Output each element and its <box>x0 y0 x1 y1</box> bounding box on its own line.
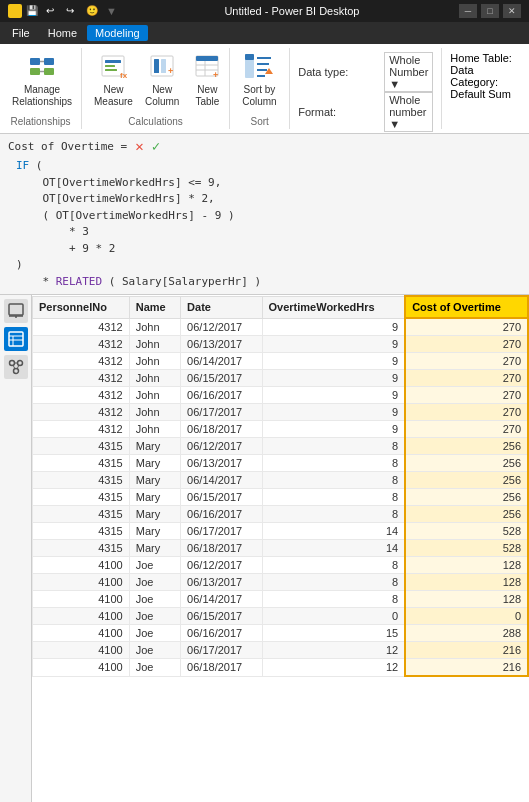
manage-relationships-label: ManageRelationships <box>12 84 72 108</box>
title-bar-controls[interactable]: ─ □ ✕ <box>459 4 521 18</box>
table-row: 4100Joe06/17/201712216 <box>33 642 529 659</box>
table-cell: 9 <box>262 318 405 336</box>
table-cell: 8 <box>262 591 405 608</box>
table-cell: 8 <box>262 455 405 472</box>
table-cell: 4100 <box>33 557 130 574</box>
formula-confirm-button[interactable]: ✓ <box>152 138 160 154</box>
table-row: 4312John06/12/20179270 <box>33 318 529 336</box>
table-cell: 216 <box>405 642 528 659</box>
table-cell: 8 <box>262 557 405 574</box>
table-cell: 4315 <box>33 540 130 557</box>
manage-relationships-icon <box>26 50 58 82</box>
table-cell: 288 <box>405 625 528 642</box>
table-cell: 06/15/2017 <box>181 608 262 625</box>
menu-home[interactable]: Home <box>40 25 85 41</box>
table-cell: 8 <box>262 574 405 591</box>
col-overtime-hrs[interactable]: OvertimeWorkedHrs <box>262 296 405 318</box>
table-cell: 4100 <box>33 574 130 591</box>
formula-cancel-button[interactable]: ✕ <box>135 138 143 154</box>
table-row: 4315Mary06/16/20178256 <box>33 506 529 523</box>
data-type-label: Data type: <box>298 66 378 78</box>
default-sum-label: Default Sum <box>450 88 511 100</box>
menu-file[interactable]: File <box>4 25 38 41</box>
table-row: 4100Joe06/12/20178128 <box>33 557 529 574</box>
table-cell: Joe <box>129 608 180 625</box>
table-cell: 8 <box>262 506 405 523</box>
formula-code: IF ( OT[OvertimeWorkedHrs] <= 9, OT[Over… <box>8 158 521 290</box>
table-cell: 270 <box>405 336 528 353</box>
table-cell: 4315 <box>33 523 130 540</box>
svg-rect-13 <box>161 59 166 73</box>
sidebar-data-icon[interactable] <box>4 327 28 351</box>
table-cell: John <box>129 353 180 370</box>
redo-icon[interactable]: ↪ <box>66 5 82 17</box>
title-bar-icons: 💾 ↩ ↪ 🙂 ▼ <box>8 4 117 18</box>
col-date[interactable]: Date <box>181 296 262 318</box>
svg-line-39 <box>13 365 15 369</box>
table-cell: 256 <box>405 455 528 472</box>
table-cell: 9 <box>262 370 405 387</box>
data-table-area[interactable]: PersonnelNo Name Date OvertimeWorkedHrs … <box>32 295 529 802</box>
svg-rect-22 <box>245 54 254 60</box>
format-value[interactable]: Whole number ▼ <box>384 92 433 132</box>
table-cell: 06/14/2017 <box>181 591 262 608</box>
table-cell: 06/17/2017 <box>181 404 262 421</box>
table-cell: 4315 <box>33 489 130 506</box>
table-cell: 4315 <box>33 438 130 455</box>
col-personnelno[interactable]: PersonnelNo <box>33 296 130 318</box>
sort-by-column-button[interactable]: Sort byColumn <box>238 48 280 110</box>
table-cell: 06/14/2017 <box>181 353 262 370</box>
table-row: 4100Joe06/18/201712216 <box>33 659 529 677</box>
title-bar-title: Untitled - Power BI Desktop <box>125 5 459 17</box>
table-row: 4315Mary06/17/201714528 <box>33 523 529 540</box>
manage-relationships-button[interactable]: ManageRelationships <box>8 48 76 110</box>
undo-icon[interactable]: ↩ <box>46 5 62 17</box>
new-measure-button[interactable]: fx NewMeasure <box>90 48 137 110</box>
sort-by-column-label: Sort byColumn <box>242 84 276 108</box>
sidebar <box>0 295 32 802</box>
sort-section-label: Sort <box>238 116 281 129</box>
maximize-button[interactable]: □ <box>481 4 499 18</box>
menu-bar: File Home Modeling <box>0 22 529 44</box>
table-cell: 256 <box>405 506 528 523</box>
svg-point-35 <box>9 361 14 366</box>
table-cell: 06/18/2017 <box>181 659 262 677</box>
table-cell: 14 <box>262 523 405 540</box>
menu-modeling[interactable]: Modeling <box>87 25 148 41</box>
table-cell: 06/15/2017 <box>181 489 262 506</box>
table-cell: Joe <box>129 659 180 677</box>
minimize-button[interactable]: ─ <box>459 4 477 18</box>
table-row: 4312John06/13/20179270 <box>33 336 529 353</box>
new-column-button[interactable]: + NewColumn <box>141 48 183 110</box>
table-row: 4315Mary06/13/20178256 <box>33 455 529 472</box>
table-header-row: PersonnelNo Name Date OvertimeWorkedHrs … <box>33 296 529 318</box>
data-category-label: Data Category: <box>450 64 521 88</box>
table-cell: 06/17/2017 <box>181 523 262 540</box>
table-row: 4100Joe06/14/20178128 <box>33 591 529 608</box>
table-cell: 4315 <box>33 506 130 523</box>
col-cost-of-overtime[interactable]: Cost of Overtime <box>405 296 528 318</box>
title-bar: 💾 ↩ ↪ 🙂 ▼ Untitled - Power BI Desktop ─ … <box>0 0 529 22</box>
data-type-value[interactable]: Whole Number ▼ <box>384 52 433 92</box>
table-cell: 256 <box>405 438 528 455</box>
table-cell: 06/12/2017 <box>181 318 262 336</box>
table-cell: 528 <box>405 540 528 557</box>
table-cell: 270 <box>405 370 528 387</box>
table-cell: John <box>129 318 180 336</box>
sidebar-model-icon[interactable] <box>4 355 28 379</box>
sidebar-report-icon[interactable] <box>4 299 28 323</box>
svg-text:+: + <box>168 66 173 76</box>
svg-rect-12 <box>154 59 159 73</box>
col-name[interactable]: Name <box>129 296 180 318</box>
save-icon[interactable]: 💾 <box>26 5 42 17</box>
table-cell: 4312 <box>33 421 130 438</box>
ribbon-section-relationships: ManageRelationships Relationships <box>0 48 82 129</box>
svg-text:fx: fx <box>120 71 127 80</box>
svg-rect-8 <box>105 65 115 67</box>
calculations-section-label: Calculations <box>90 116 221 129</box>
table-cell: 270 <box>405 353 528 370</box>
new-table-button[interactable]: + NewTable <box>187 48 227 110</box>
table-row: 4312John06/15/20179270 <box>33 370 529 387</box>
table-cell: 270 <box>405 421 528 438</box>
close-button[interactable]: ✕ <box>503 4 521 18</box>
